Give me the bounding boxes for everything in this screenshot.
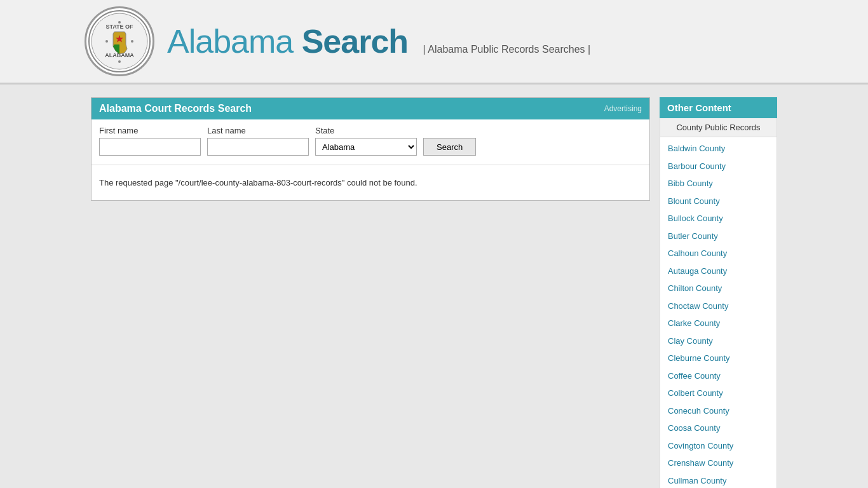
- last-name-input[interactable]: [207, 138, 309, 156]
- first-name-label: First name: [99, 126, 201, 135]
- svg-text:STATE OF: STATE OF: [105, 24, 133, 30]
- search-button[interactable]: Search: [423, 138, 476, 156]
- county-link[interactable]: Bibb County: [660, 175, 776, 193]
- county-link[interactable]: Clay County: [660, 332, 776, 350]
- county-link[interactable]: Covington County: [660, 437, 776, 455]
- first-name-input[interactable]: [99, 138, 201, 156]
- search-panel-title: Alabama Court Records Search: [99, 103, 252, 114]
- content-area: Alabama Court Records Search Advertising…: [91, 97, 650, 488]
- sidebar: Other Content County Public Records Bald…: [660, 97, 777, 488]
- svg-point-7: [118, 21, 121, 24]
- county-link[interactable]: Choctaw County: [660, 297, 776, 315]
- county-link[interactable]: Colbert County: [660, 384, 776, 402]
- county-link[interactable]: Coosa County: [660, 419, 776, 437]
- county-link[interactable]: Cullman County: [660, 472, 776, 489]
- svg-point-6: [131, 40, 133, 43]
- search-panel-header: Alabama Court Records Search Advertising: [92, 98, 649, 119]
- county-link[interactable]: Blount County: [660, 193, 776, 210]
- search-form: First name Last name State AlabamaAlaska…: [92, 119, 649, 165]
- site-header: STATE OF ALABAMA Alabama Search |: [0, 0, 868, 85]
- county-link[interactable]: Chilton County: [660, 280, 776, 297]
- state-seal: STATE OF ALABAMA: [85, 6, 154, 76]
- county-link[interactable]: Coffee County: [660, 367, 776, 385]
- first-name-group: First name: [99, 126, 201, 156]
- county-link[interactable]: Conecuh County: [660, 402, 776, 420]
- sidebar-section-title: County Public Records: [660, 118, 777, 137]
- state-group: State AlabamaAlaskaArizonaArkansasCalifo…: [315, 126, 417, 156]
- county-link[interactable]: Baldwin County: [660, 140, 776, 158]
- county-link[interactable]: Barbour County: [660, 158, 776, 175]
- county-link[interactable]: Clarke County: [660, 315, 776, 332]
- header-tagline: | Alabama Public Records Searches |: [423, 44, 591, 55]
- last-name-label: Last name: [207, 126, 309, 135]
- county-link[interactable]: Calhoun County: [660, 245, 776, 262]
- county-link[interactable]: Autauga County: [660, 262, 776, 280]
- last-name-group: Last name: [207, 126, 309, 156]
- county-link[interactable]: Bullock County: [660, 210, 776, 227]
- error-message: The requested page "/court/lee-county-al…: [92, 165, 649, 200]
- sidebar-header: Other Content: [660, 97, 777, 118]
- state-label: State: [315, 126, 417, 135]
- county-link[interactable]: Crenshaw County: [660, 454, 776, 472]
- svg-point-8: [118, 60, 121, 63]
- county-link[interactable]: Cleburne County: [660, 349, 776, 367]
- svg-point-5: [105, 40, 108, 43]
- main-wrapper: Alabama Court Records Search Advertising…: [85, 97, 783, 488]
- search-panel: Alabama Court Records Search Advertising…: [91, 97, 650, 201]
- county-link[interactable]: Butler County: [660, 227, 776, 245]
- state-select[interactable]: AlabamaAlaskaArizonaArkansasCaliforniaCo…: [315, 138, 417, 156]
- sidebar-county-links: Baldwin CountyBarbour CountyBibb CountyB…: [660, 137, 777, 488]
- advertising-label: Advertising: [604, 104, 642, 113]
- site-title: Alabama Search: [167, 23, 417, 60]
